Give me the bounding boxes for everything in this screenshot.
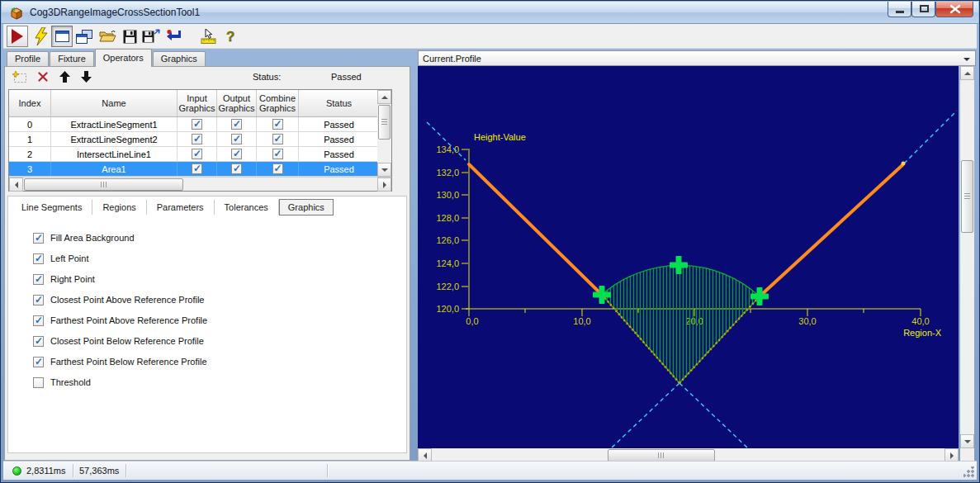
move-up-button[interactable] — [56, 69, 73, 84]
x-tick-label: 40,0 — [911, 316, 929, 326]
option-label[interactable]: Threshold — [50, 377, 91, 387]
table-row[interactable]: 3 Area1 Passed — [9, 162, 391, 177]
table-row[interactable]: 0 ExtractLineSegment1 Passed — [9, 117, 391, 132]
scroll-up-arrow[interactable] — [377, 90, 391, 104]
subtab-tolerances[interactable]: Tolerances — [215, 200, 279, 215]
output-graphics-checkbox[interactable] — [231, 149, 242, 159]
farthest-point-below-checkbox[interactable] — [33, 357, 44, 367]
input-graphics-checkbox[interactable] — [192, 134, 202, 144]
save-button[interactable] — [119, 26, 140, 47]
close-button[interactable] — [935, 2, 973, 17]
measure-pointer-button[interactable] — [198, 26, 220, 47]
header-index[interactable]: Index — [9, 90, 51, 116]
resize-grip[interactable] — [963, 466, 975, 478]
subtab-graphics[interactable]: Graphics — [279, 199, 334, 215]
combine-graphics-checkbox[interactable] — [272, 134, 283, 144]
output-graphics-checkbox[interactable] — [231, 119, 242, 130]
subtab-regions[interactable]: Regions — [92, 200, 146, 215]
move-down-button[interactable] — [78, 69, 94, 84]
header-combine-graphics[interactable]: Combine Graphics — [257, 90, 299, 116]
save-as-button[interactable] — [140, 26, 162, 47]
closest-point-above-checkbox[interactable] — [33, 295, 44, 305]
input-graphics-checkbox[interactable] — [192, 119, 202, 130]
display-vertical-scrollbar[interactable] — [960, 66, 974, 448]
subtab-parameters[interactable]: Parameters — [147, 200, 215, 215]
table-row[interactable]: 1 ExtractLineSegment2 Passed — [9, 132, 391, 147]
header-status[interactable]: Status — [299, 90, 379, 116]
scroll-down-arrow[interactable] — [960, 434, 974, 448]
record-selector-dropdown[interactable]: Current.Profile — [418, 50, 976, 66]
operators-table: Index Name Input Graphics Output Graphic… — [8, 89, 392, 192]
display-hscroll-thumb[interactable] — [608, 449, 715, 462]
header-output-graphics[interactable]: Output Graphics — [217, 90, 257, 116]
tab-fixture[interactable]: Fixture — [50, 51, 94, 67]
table-row[interactable]: 2 IntersectLineLine1 Passed — [9, 147, 391, 162]
scroll-left-arrow[interactable] — [9, 178, 23, 192]
app-icon — [9, 6, 24, 21]
y-tick-label: 132,0 — [436, 168, 459, 178]
option-label[interactable]: Left Point — [50, 253, 88, 263]
minimize-button[interactable] — [888, 2, 911, 17]
status-value: Passed — [331, 72, 362, 82]
scroll-right-arrow[interactable] — [377, 178, 391, 192]
header-name[interactable]: Name — [51, 90, 178, 116]
tab-graphics[interactable]: Graphics — [153, 51, 206, 67]
lightning-run-icon — [35, 27, 48, 45]
threshold-checkbox[interactable] — [33, 377, 44, 388]
maximize-button[interactable] — [911, 2, 935, 17]
scroll-up-arrow[interactable] — [960, 66, 974, 80]
display-vscroll-thumb[interactable] — [961, 160, 973, 233]
table-vertical-scrollbar[interactable] — [377, 90, 391, 177]
cell-status: Passed — [299, 132, 379, 146]
profile-display[interactable]: Height-Value 134,0 132,0 130,0 128,0 126… — [418, 66, 959, 448]
float-result-display-button[interactable] — [73, 26, 95, 47]
input-graphics-checkbox[interactable] — [192, 149, 202, 159]
minimize-icon — [896, 11, 904, 13]
output-graphics-checkbox[interactable] — [231, 134, 242, 144]
input-graphics-checkbox[interactable] — [192, 163, 202, 174]
cell-index: 3 — [9, 162, 51, 176]
open-file-button[interactable] — [97, 26, 118, 47]
option-label[interactable]: Closest Point Below Reference Profile — [50, 336, 204, 346]
float-result-display-icon — [76, 30, 92, 44]
cell-name: IntersectLineLine1 — [51, 147, 178, 161]
new-operator-button[interactable] — [12, 69, 28, 84]
open-file-icon — [99, 30, 116, 43]
option-label[interactable]: Fill Area Background — [50, 233, 135, 243]
combine-graphics-checkbox[interactable] — [272, 119, 283, 130]
combine-graphics-checkbox[interactable] — [272, 149, 283, 159]
new-operator-icon — [12, 71, 27, 83]
combine-graphics-checkbox[interactable] — [272, 163, 283, 174]
fill-area-background-checkbox[interactable] — [33, 233, 44, 244]
output-graphics-checkbox[interactable] — [231, 163, 242, 174]
y-tick-label: 122,0 — [436, 282, 459, 291]
live-run-button[interactable] — [31, 26, 52, 47]
option-label[interactable]: Farthest Point Below Reference Profile — [50, 357, 207, 367]
show-result-display-button[interactable] — [51, 26, 73, 47]
left-point-checkbox[interactable] — [33, 253, 44, 264]
profile-chart: Height-Value 134,0 132,0 130,0 128,0 126… — [418, 66, 959, 448]
option-label[interactable]: Farthest Point Above Reference Profile — [50, 315, 207, 325]
run-button[interactable] — [7, 26, 28, 47]
tab-profile[interactable]: Profile — [7, 51, 49, 67]
right-point-checkbox[interactable] — [33, 274, 44, 285]
delete-operator-button[interactable] — [35, 69, 51, 84]
option-label[interactable]: Right Point — [50, 274, 95, 284]
option-label[interactable]: Closest Point Above Reference Profile — [50, 295, 205, 305]
pointer-ruler-icon — [201, 29, 217, 45]
subtab-line-segments[interactable]: Line Segments — [12, 200, 92, 215]
status-label: Status: — [253, 72, 281, 82]
help-button[interactable]: ? — [220, 26, 242, 47]
table-vscroll-thumb[interactable] — [378, 105, 391, 140]
title-bar[interactable]: Cog3DRangeImageCrossSectionTool1 — [2, 2, 978, 24]
table-horizontal-scrollbar[interactable] — [9, 177, 391, 191]
table-hscroll-thumb[interactable] — [24, 178, 183, 191]
reset-button[interactable] — [163, 26, 184, 47]
y-tick-label: 126,0 — [436, 235, 459, 245]
show-result-display-icon — [55, 31, 69, 42]
farthest-point-above-checkbox[interactable] — [33, 315, 44, 326]
tab-operators[interactable]: Operators — [95, 49, 152, 67]
closest-point-below-checkbox[interactable] — [33, 336, 44, 347]
scroll-down-arrow[interactable] — [377, 163, 391, 177]
header-input-graphics[interactable]: Input Graphics — [178, 90, 217, 116]
